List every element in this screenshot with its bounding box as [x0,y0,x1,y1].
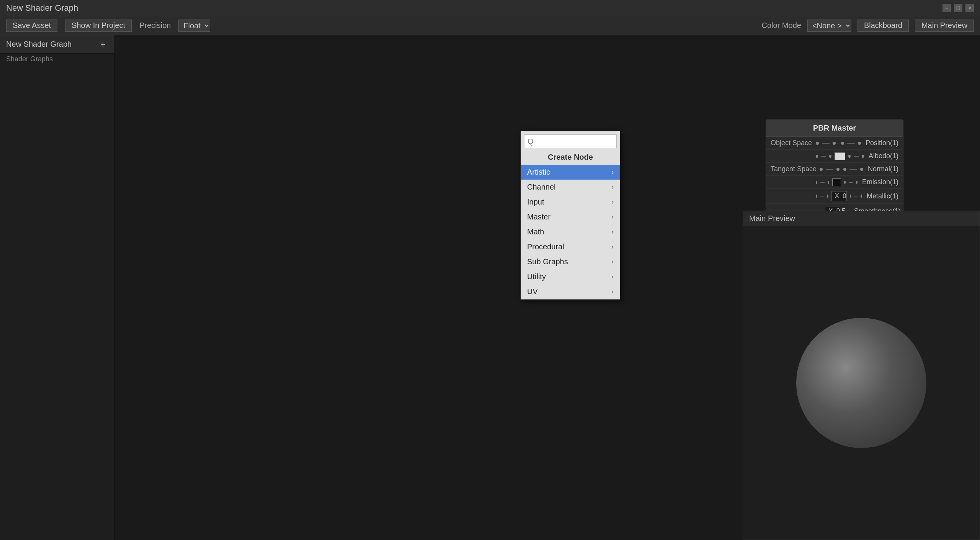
menu-item-label: Utility [527,272,546,281]
menu-item-utility[interactable]: Utility› [521,269,620,284]
menu-item-label: Procedural [527,242,564,251]
connector-line [821,156,826,157]
main-layout: New Shader Graph + Shader Graphs Create … [0,35,980,540]
create-node-title: Create Node [521,151,620,165]
connector-dot2 [836,168,840,171]
sidebar-add-button[interactable]: + [98,39,108,50]
connector-dot2 [828,181,829,184]
connector-right-dot1 [841,142,844,145]
pbr-color-swatch[interactable] [832,178,841,186]
menu-item-label: Channel [527,183,556,191]
sidebar: New Shader Graph + Shader Graphs [0,35,115,540]
submenu-arrow-icon: › [611,243,614,251]
title-bar-title: New Shader Graph [6,3,78,13]
connector-right-line [854,156,859,157]
menu-item-sub-graphs[interactable]: Sub Graphs› [521,254,620,269]
main-preview-panel: Main Preview [743,211,980,540]
create-node-search-input[interactable] [524,134,617,148]
toolbar: Save Asset Show In Project Precision Flo… [0,16,980,35]
pbr-row-1: Albedo(1) [766,150,903,163]
pbr-right-label: Metallic(1) [867,192,898,200]
precision-label: Precision [139,21,171,30]
maximize-button[interactable]: □ [954,4,962,12]
connector-dot1 [820,168,823,171]
menu-item-label: Artistic [527,168,550,177]
submenu-arrow-icon: › [611,228,614,236]
connector-right-dot2 [860,168,863,171]
menu-item-uv[interactable]: UV› [521,284,620,299]
connector-right-dot2 [862,155,864,158]
pbr-row-4: X 0Metallic(1) [766,189,903,204]
connector-dot1 [816,181,817,184]
connector-line [822,143,830,144]
pbr-color-swatch[interactable] [835,152,845,160]
precision-select[interactable]: Float Half [178,20,210,32]
save-asset-button[interactable]: Save Asset [6,20,57,32]
title-bar: New Shader Graph − □ × [0,0,980,16]
pbr-row-2: Tangent SpaceNormal(1) [766,163,903,176]
create-node-menu: Artistic›Channel›Input›Master›Math›Proce… [521,165,620,299]
main-preview-button[interactable]: Main Preview [915,20,974,32]
submenu-arrow-icon: › [611,183,614,191]
blackboard-button[interactable]: Blackboard [858,20,909,32]
pbr-row-0: Object SpacePosition(1) [766,137,903,150]
submenu-arrow-icon: › [611,198,614,206]
pbr-left-label: Object Space [771,139,813,147]
close-button[interactable]: × [965,4,974,12]
pbr-right-label: Position(1) [866,139,898,147]
menu-item-procedural[interactable]: Procedural› [521,239,620,254]
connector-dot1 [816,195,817,198]
menu-item-master[interactable]: Master› [521,209,620,224]
connector-right-line [854,196,858,196]
sidebar-content: Shader Graphs [0,54,114,540]
connector-right-dot1 [848,155,851,158]
connector-right-line [847,143,855,144]
create-node-popup: Create Node Artistic›Channel›Input›Maste… [521,131,620,299]
connector-right-dot1 [844,181,846,184]
menu-item-channel[interactable]: Channel› [521,180,620,195]
menu-item-label: UV [527,287,538,296]
main-preview-header-label: Main Preview [743,211,980,226]
canvas-area[interactable]: Create Node Artistic›Channel›Input›Maste… [115,35,980,540]
connector-right-line [849,182,853,183]
submenu-arrow-icon: › [611,168,614,176]
submenu-arrow-icon: › [611,258,614,266]
pbr-right-label: Emission(1) [862,178,898,186]
connector-right-dot1 [843,168,846,171]
connector-right-line [849,169,857,170]
submenu-arrow-icon: › [611,213,614,221]
submenu-arrow-icon: › [611,288,614,296]
connector-dot1 [816,155,818,158]
menu-item-input[interactable]: Input› [521,195,620,209]
color-mode-label: Color Mode [762,21,801,30]
show-in-project-button[interactable]: Show In Project [65,20,132,32]
menu-item-label: Math [527,227,544,236]
connector-right-dot2 [856,181,858,184]
pbr-left-label: Tangent Space [771,165,817,173]
pbr-value[interactable]: X 0 [831,191,847,201]
pbr-row-3: Emission(1) [766,176,903,189]
menu-item-label: Sub Graphs [527,257,568,266]
toolbar-right: Color Mode <None > Blackboard Main Previ… [762,20,974,32]
minimize-button[interactable]: − [942,4,951,12]
connector-right-dot2 [858,142,861,145]
preview-sphere [796,318,926,448]
main-preview-content [743,226,980,540]
sidebar-sublabel: Shader Graphs [0,52,59,66]
connector-dot2 [833,142,836,145]
connector-dot2 [829,155,831,158]
color-mode-select[interactable]: <None > [807,20,851,32]
submenu-arrow-icon: › [611,273,614,281]
pbr-right-label: Normal(1) [868,165,898,173]
connector-line [820,182,825,183]
menu-item-artistic[interactable]: Artistic› [521,165,620,180]
menu-item-math[interactable]: Math› [521,224,620,239]
connector-dot2 [827,195,828,198]
connector-dot1 [816,142,819,145]
sidebar-title: New Shader Graph [6,40,72,49]
connector-line [820,196,824,196]
connector-line [826,169,833,170]
menu-item-label: Input [527,198,544,206]
sidebar-header: New Shader Graph + [0,35,114,54]
connector-right-dot2 [861,195,862,198]
